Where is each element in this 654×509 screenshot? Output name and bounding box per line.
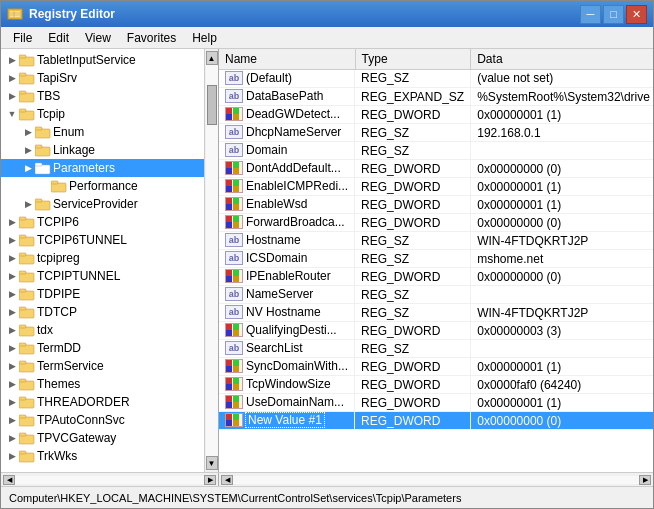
menu-favorites[interactable]: Favorites	[119, 29, 184, 47]
registry-type-cell: REG_SZ	[355, 340, 471, 358]
registry-type-cell: REG_DWORD	[355, 160, 471, 178]
tree-item-enum[interactable]: ▶ Enum	[1, 123, 218, 141]
menu-help[interactable]: Help	[184, 29, 225, 47]
table-row[interactable]: IPEnableRouterREG_DWORD0x00000000 (0)	[219, 268, 653, 286]
col-header-name: Name	[219, 49, 355, 69]
reg-dword-icon	[225, 179, 243, 193]
tree-item-performance[interactable]: Performance	[1, 177, 218, 195]
tree-label-tdx: tdx	[37, 323, 53, 337]
table-row[interactable]: abICSDomainREG_SZmshome.net	[219, 250, 653, 268]
table-row[interactable]: ForwardBroadca...REG_DWORD0x00000000 (0)	[219, 214, 653, 232]
registry-name-label: NV Hostname	[246, 305, 321, 319]
reg-dword-icon	[225, 413, 243, 427]
table-row[interactable]: abDataBasePathREG_EXPAND_SZ%SystemRoot%\…	[219, 88, 653, 106]
folder-icon-performance	[51, 179, 67, 193]
registry-data-cell	[471, 142, 653, 160]
svg-rect-44	[19, 397, 26, 400]
scroll-left-btn[interactable]: ◀	[3, 475, 15, 485]
tree-item-tcpip6[interactable]: ▶ TCPIP6	[1, 213, 218, 231]
svg-rect-50	[19, 451, 26, 454]
svg-rect-45	[19, 417, 34, 426]
close-button[interactable]: ✕	[626, 5, 647, 24]
tree-label-tdpipe: TDPIPE	[37, 287, 80, 301]
registry-name-label: (Default)	[246, 71, 292, 85]
scroll-thumb[interactable]	[207, 85, 217, 125]
tree-item-themes[interactable]: ▶ Themes	[1, 375, 218, 393]
svg-rect-14	[35, 127, 42, 130]
reg-dword-icon	[225, 197, 243, 211]
table-row[interactable]: UseDomainNam...REG_DWORD0x00000001 (1)	[219, 394, 653, 412]
reg-scroll-left-btn[interactable]: ◀	[221, 475, 233, 485]
h-scroll-track-tree[interactable]	[15, 476, 204, 484]
table-row[interactable]: abNameServerREG_SZ	[219, 286, 653, 304]
tree-item-threadorder[interactable]: ▶ THREADORDER	[1, 393, 218, 411]
main-content: ▶ TabletInputService ▶ TapiSrv	[1, 49, 653, 472]
folder-icon-enum	[35, 125, 51, 139]
tree-item-tpautoconnsvc[interactable]: ▶ TPAutoConnSvc	[1, 411, 218, 429]
tree-item-serviceprovider[interactable]: ▶ ServiceProvider	[1, 195, 218, 213]
tree-h-scrollbar[interactable]: ◀ ▶	[1, 473, 219, 486]
table-row[interactable]: QualifyingDesti...REG_DWORD0x00000003 (3…	[219, 322, 653, 340]
table-row[interactable]: EnableICMPRedi...REG_DWORD0x00000001 (1)	[219, 178, 653, 196]
scroll-up-btn[interactable]: ▲	[206, 51, 218, 65]
tree-item-tdx[interactable]: ▶ tdx	[1, 321, 218, 339]
table-row[interactable]: abNV HostnameREG_SZWIN-4FTDQKRTJ2P	[219, 304, 653, 322]
svg-rect-88	[226, 402, 232, 408]
scroll-track[interactable]	[206, 65, 218, 456]
tree-item-tcpiptunnel[interactable]: ▶ TCPIPTUNNEL	[1, 267, 218, 285]
table-row[interactable]: abDomainREG_SZ	[219, 142, 653, 160]
registry-name-cell: abSearchList	[219, 340, 355, 358]
menu-file[interactable]: File	[5, 29, 40, 47]
tree-item-tcpipreg[interactable]: ▶ tcpipreg	[1, 249, 218, 267]
h-scroll-track-reg[interactable]	[233, 476, 639, 484]
reg-scroll-right-btn[interactable]: ▶	[639, 475, 651, 485]
tree-item-termdd[interactable]: ▶ TermDD	[1, 339, 218, 357]
table-row[interactable]: ab(Default)REG_SZ(value not set)	[219, 69, 653, 88]
tree-item-trkwks[interactable]: ▶ TrkWks	[1, 447, 218, 465]
tree-item-tdpipe[interactable]: ▶ TDPIPE	[1, 285, 218, 303]
table-row[interactable]: abSearchListREG_SZ	[219, 340, 653, 358]
registry-pane[interactable]: Name Type Data ab(Default)REG_SZ(value n…	[219, 49, 653, 472]
status-text: Computer\HKEY_LOCAL_MACHINE\SYSTEM\Curre…	[9, 492, 461, 504]
menu-edit[interactable]: Edit	[40, 29, 77, 47]
tree-item-tcpip[interactable]: ▼ Tcpip	[1, 105, 218, 123]
table-row[interactable]: EnableWsdREG_DWORD0x00000001 (1)	[219, 196, 653, 214]
scroll-right-btn[interactable]: ▶	[204, 475, 216, 485]
tree-item-tdtcp[interactable]: ▶ TDTCP	[1, 303, 218, 321]
registry-name-cell: TcpWindowSize	[219, 376, 355, 394]
col-header-data: Data	[471, 49, 653, 69]
registry-name-cell: UseDomainNam...	[219, 394, 355, 412]
table-row[interactable]: DeadGWDetect...REG_DWORD0x00000001 (1)	[219, 106, 653, 124]
reg-ab-icon: ab	[225, 125, 243, 139]
table-row[interactable]: New Value #1REG_DWORD0x00000000 (0)	[219, 412, 653, 430]
svg-rect-5	[19, 57, 34, 66]
tree-item-linkage[interactable]: ▶ Linkage	[1, 141, 218, 159]
tree-pane[interactable]: ▶ TabletInputService ▶ TapiSrv	[1, 49, 219, 472]
tree-scrollbar[interactable]: ▲ ▼	[204, 49, 218, 472]
table-row[interactable]: abDhcpNameServerREG_SZ192.168.0.1	[219, 124, 653, 142]
menu-view[interactable]: View	[77, 29, 119, 47]
tree-item-parameters[interactable]: ▶ Parameters	[1, 159, 218, 177]
maximize-button[interactable]: □	[603, 5, 624, 24]
registry-name-cell: New Value #1	[219, 412, 355, 430]
tree-item-tapisrv[interactable]: ▶ TapiSrv	[1, 69, 218, 87]
title-bar: Registry Editor ─ □ ✕	[1, 1, 653, 27]
table-row[interactable]: SyncDomainWith...REG_DWORD0x00000001 (1)	[219, 358, 653, 376]
svg-rect-72	[226, 276, 232, 282]
svg-rect-65	[233, 198, 239, 204]
tree-label-enum: Enum	[53, 125, 84, 139]
tree-item-tpvcgateway[interactable]: ▶ TPVCGateway	[1, 429, 218, 447]
svg-rect-61	[233, 180, 239, 186]
registry-type-cell: REG_SZ	[355, 232, 471, 250]
tree-item-tcpip6tunnel[interactable]: ▶ TCPIP6TUNNEL	[1, 231, 218, 249]
folder-icon-tcpip6	[19, 215, 35, 229]
minimize-button[interactable]: ─	[580, 5, 601, 24]
table-row[interactable]: DontAddDefault...REG_DWORD0x00000000 (0)	[219, 160, 653, 178]
reg-h-scrollbar[interactable]: ◀ ▶	[219, 473, 653, 486]
scroll-down-btn[interactable]: ▼	[206, 456, 218, 470]
table-row[interactable]: abHostnameREG_SZWIN-4FTDQKRTJ2P	[219, 232, 653, 250]
table-row[interactable]: TcpWindowSizeREG_DWORD0x0000faf0 (64240)	[219, 376, 653, 394]
tree-item-tbs[interactable]: ▶ TBS	[1, 87, 218, 105]
tree-item-tabletinputservice[interactable]: ▶ TabletInputService	[1, 51, 218, 69]
tree-item-termservice[interactable]: ▶ TermService	[1, 357, 218, 375]
